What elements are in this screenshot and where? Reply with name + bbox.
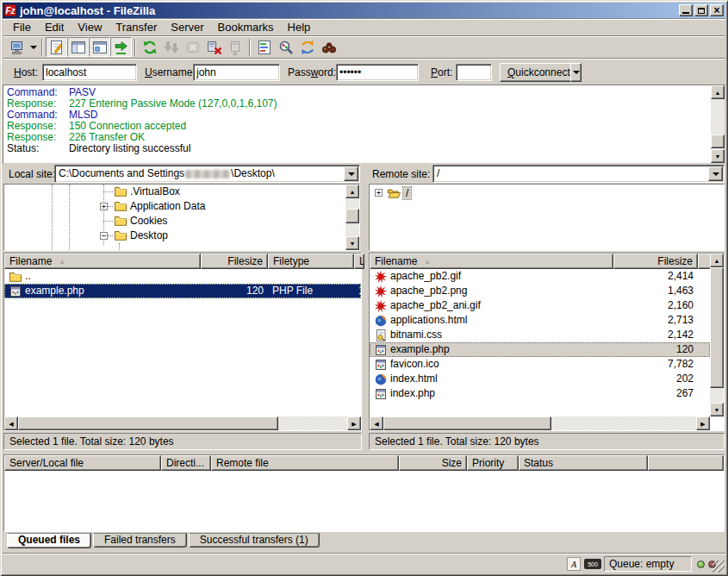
- scroll-up-button[interactable]: ▲: [710, 254, 724, 267]
- scroll-down-button[interactable]: ▼: [711, 149, 725, 163]
- close-button[interactable]: ×: [710, 4, 724, 16]
- column-header-server-local-file[interactable]: Server/Local file: [4, 455, 161, 471]
- sync-browse-button[interactable]: [296, 37, 318, 57]
- disconnect-button[interactable]: [203, 37, 225, 57]
- username-input[interactable]: [193, 64, 280, 81]
- scroll-up-button[interactable]: ▲: [711, 85, 725, 99]
- remote-list-header: Filename▲Filesize: [370, 254, 724, 269]
- tab-queued-files[interactable]: Queued files: [7, 533, 91, 548]
- local-status-text: Selected 1 file. Total size: 120 bytes: [3, 433, 362, 450]
- file-row-bitnami-css[interactable]: bitnami.css2,142: [370, 328, 710, 342]
- remote-site-combo[interactable]: /: [432, 165, 725, 183]
- process-queue-button[interactable]: [160, 37, 182, 57]
- file-row--[interactable]: ..: [4, 269, 361, 284]
- scrollbar-thumb[interactable]: [711, 135, 725, 148]
- tab-failed-transfers[interactable]: Failed transfers: [93, 533, 187, 548]
- menu-item-help[interactable]: Help: [281, 19, 318, 35]
- menu-item-bookmarks[interactable]: Bookmarks: [211, 19, 281, 35]
- port-input[interactable]: [456, 64, 492, 81]
- column-header-filename[interactable]: Filename▲: [370, 254, 613, 269]
- tree-item-desktop[interactable]: −Desktop: [4, 229, 359, 243]
- local-horizontal-scrollbar[interactable]: ◀ ▶: [4, 416, 361, 430]
- menu-item-transfer[interactable]: Transfer: [109, 19, 164, 35]
- expand-plus-icon[interactable]: +: [375, 189, 383, 197]
- chevron-down-icon: [30, 46, 37, 49]
- file-row-applications-html[interactable]: applications.html2,713: [370, 313, 710, 328]
- minimize-button[interactable]: [679, 4, 693, 16]
- tree-item-application-data[interactable]: +Application Data: [4, 199, 359, 214]
- log-scrollbar[interactable]: ▲ ▼: [711, 85, 725, 163]
- tree-item--virtualbox[interactable]: .VirtualBox: [4, 185, 359, 199]
- site-manager-dropdown-button[interactable]: [28, 37, 39, 57]
- quickconnect-dropdown-button[interactable]: [570, 63, 582, 82]
- collapse-minus-icon[interactable]: −: [100, 232, 108, 240]
- toggle-queue-icon: [113, 39, 130, 56]
- speed-limit-icon[interactable]: 500: [584, 559, 601, 569]
- toggle-remote-tree-button[interactable]: [89, 37, 110, 57]
- password-input[interactable]: [336, 64, 419, 81]
- reconnect-button[interactable]: [225, 37, 246, 57]
- column-header-directi-[interactable]: Directi...: [161, 455, 211, 471]
- column-header-l[interactable]: L: [354, 254, 364, 269]
- filter-button[interactable]: [253, 37, 275, 57]
- transfer-type-icon[interactable]: A: [567, 557, 581, 571]
- scroll-down-button[interactable]: ▼: [710, 403, 724, 416]
- sort-ascending-icon: ▲: [59, 258, 65, 266]
- file-row-favicon-ico[interactable]: favicon.ico7,782: [370, 357, 710, 372]
- scrollbar-thumb[interactable]: [383, 416, 551, 430]
- local-site-dropdown-button[interactable]: [344, 166, 358, 181]
- folder-icon: [114, 199, 128, 213]
- scrollbar-thumb[interactable]: [710, 267, 724, 388]
- remote-vertical-scrollbar[interactable]: ▲ ▼: [710, 254, 724, 416]
- file-row-apache-pb2-gif[interactable]: apache_pb2.gif2,414: [370, 269, 710, 284]
- toggle-queue-button[interactable]: [110, 37, 132, 57]
- file-row-apache-pb2-png[interactable]: apache_pb2.png1,463: [370, 284, 710, 298]
- scroll-left-button[interactable]: ◀: [4, 416, 18, 430]
- menu-item-edit[interactable]: Edit: [38, 19, 71, 35]
- column-header-size[interactable]: Size: [399, 455, 467, 471]
- compare-button[interactable]: [275, 37, 296, 57]
- column-header-remote-file[interactable]: Remote file: [211, 455, 399, 471]
- file-row-example-php[interactable]: example.php120: [370, 342, 710, 357]
- tree-item-label: .VirtualBox: [130, 185, 180, 197]
- title-bar[interactable]: Fz john@localhost - FileZilla ×: [3, 3, 725, 18]
- quickconnect-button[interactable]: Quickconnect: [500, 63, 578, 82]
- tree-connector: [103, 191, 113, 192]
- menu-item-view[interactable]: View: [71, 19, 109, 35]
- file-row-index-php[interactable]: index.php267: [370, 386, 710, 401]
- scrollbar-thumb[interactable]: [18, 416, 278, 430]
- tree-item-cookies[interactable]: Cookies: [4, 214, 359, 229]
- column-header-filename[interactable]: Filename▲: [4, 254, 201, 269]
- column-header-status[interactable]: Status: [519, 455, 648, 471]
- tab-successful-transfers-1-[interactable]: Successful transfers (1): [189, 533, 320, 548]
- site-manager-button[interactable]: [6, 37, 28, 57]
- column-header-filetype[interactable]: Filetype: [268, 254, 354, 269]
- refresh-button[interactable]: [139, 37, 160, 57]
- remote-site-dropdown-button[interactable]: [708, 166, 723, 181]
- tree-connector: [108, 206, 113, 207]
- username-label: Username:: [145, 66, 196, 78]
- resize-grip[interactable]: [712, 560, 725, 573]
- scroll-right-button[interactable]: ▶: [347, 416, 361, 430]
- column-header-priority[interactable]: Priority: [467, 455, 519, 471]
- cancel-button[interactable]: [182, 37, 203, 57]
- host-input[interactable]: [42, 64, 137, 81]
- toggle-message-log-button[interactable]: [46, 37, 67, 57]
- tree-item-root[interactable]: +/: [370, 186, 724, 201]
- local-site-combo[interactable]: C:\Documents and Settings\Desktop\: [54, 165, 360, 183]
- toggle-local-tree-icon: [70, 39, 87, 56]
- find-button[interactable]: [318, 37, 339, 57]
- scroll-right-button[interactable]: ▶: [696, 416, 710, 430]
- remote-horizontal-scrollbar[interactable]: ◀ ▶: [370, 416, 710, 430]
- column-header-filesize[interactable]: Filesize: [613, 254, 698, 269]
- scroll-left-button[interactable]: ◀: [370, 416, 383, 430]
- file-row-index-html[interactable]: index.html202: [370, 372, 710, 386]
- expand-plus-icon[interactable]: +: [100, 203, 108, 210]
- toggle-local-tree-button[interactable]: [67, 37, 89, 57]
- file-row-example-php[interactable]: example.php120PHP File1: [4, 284, 361, 298]
- menu-item-file[interactable]: File: [6, 19, 38, 35]
- maximize-button[interactable]: [694, 4, 708, 16]
- menu-item-server[interactable]: Server: [164, 19, 210, 35]
- file-row-apache-pb2-ani-gif[interactable]: apache_pb2_ani.gif2,160: [370, 298, 710, 313]
- column-header-filesize[interactable]: Filesize: [201, 254, 268, 269]
